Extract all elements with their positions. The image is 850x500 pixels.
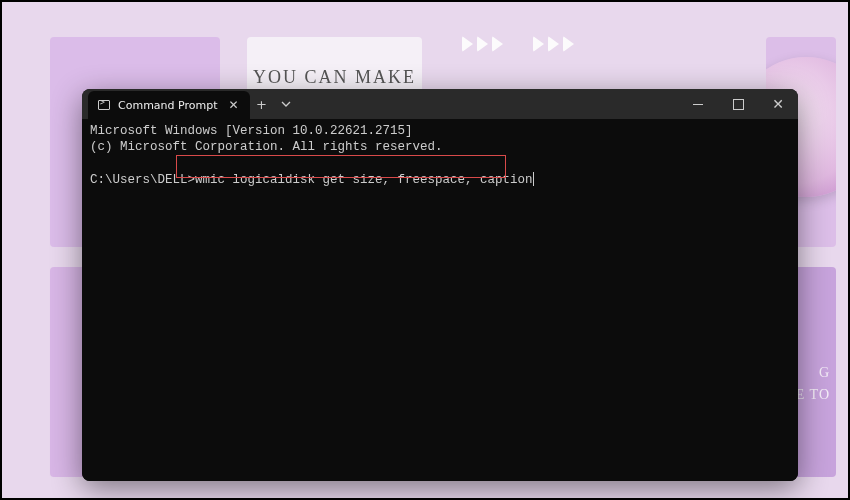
arrow-right-icon bbox=[462, 36, 473, 52]
prompt-path: C:\Users\DELL> bbox=[90, 172, 195, 188]
terminal-blank-line bbox=[90, 156, 790, 172]
close-tab-button[interactable]: ✕ bbox=[226, 97, 242, 113]
titlebar[interactable]: Command Prompt ✕ + ✕ bbox=[82, 89, 798, 119]
terminal-prompt-line[interactable]: C:\Users\DELL>wmic logicaldisk get size,… bbox=[90, 172, 790, 188]
chevron-down-icon bbox=[281, 99, 291, 109]
tab-dropdown-button[interactable] bbox=[274, 89, 298, 119]
bg-card-text: G E TO bbox=[796, 362, 830, 407]
new-tab-button[interactable]: + bbox=[250, 89, 274, 119]
tab-command-prompt[interactable]: Command Prompt ✕ bbox=[88, 91, 250, 119]
close-window-button[interactable]: ✕ bbox=[758, 89, 798, 119]
arrow-decoration bbox=[462, 36, 574, 52]
terminal-icon bbox=[98, 100, 110, 110]
terminal-line: (c) Microsoft Corporation. All rights re… bbox=[90, 139, 790, 155]
command-input[interactable]: wmic logicaldisk get size, freespace, ca… bbox=[195, 172, 533, 188]
minimize-button[interactable] bbox=[678, 89, 718, 119]
command-prompt-window[interactable]: Command Prompt ✕ + ✕ Microsoft Windows [… bbox=[82, 89, 798, 481]
arrow-right-icon bbox=[477, 36, 488, 52]
arrow-right-icon bbox=[548, 36, 559, 52]
tab-title: Command Prompt bbox=[118, 99, 218, 112]
text-cursor bbox=[533, 172, 534, 186]
bg-card-title: YOU CAN MAKE bbox=[253, 67, 416, 88]
arrow-right-icon bbox=[533, 36, 544, 52]
arrow-right-icon bbox=[563, 36, 574, 52]
arrow-right-icon bbox=[492, 36, 503, 52]
maximize-button[interactable] bbox=[718, 89, 758, 119]
terminal-output[interactable]: Microsoft Windows [Version 10.0.22621.27… bbox=[82, 119, 798, 481]
window-controls: ✕ bbox=[678, 89, 798, 119]
terminal-line: Microsoft Windows [Version 10.0.22621.27… bbox=[90, 123, 790, 139]
